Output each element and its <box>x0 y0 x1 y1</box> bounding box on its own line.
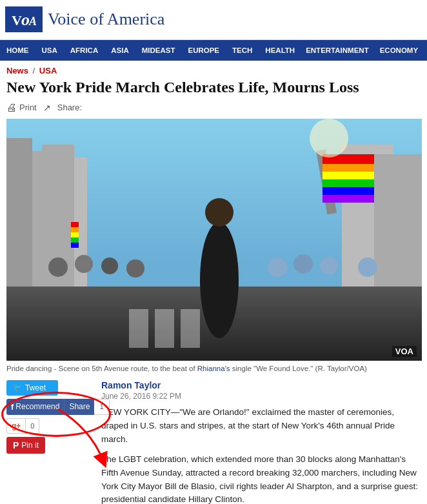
svg-point-27 <box>101 257 118 274</box>
nav-opinion[interactable]: OPINION <box>424 40 427 61</box>
svg-point-30 <box>293 254 313 274</box>
voa-logo[interactable]: VoA Voice of America <box>5 6 164 32</box>
image-caption: Pride dancing - Scene on 5th Avenue rout… <box>6 361 421 379</box>
svg-rect-16 <box>323 172 374 179</box>
share-bar: 🖨 Print ↗ Share: <box>6 102 421 114</box>
svg-point-28 <box>126 259 144 277</box>
article-body: NEW YORK CITY—"We are Orlando!" exclaime… <box>101 406 421 504</box>
print-icon: 🖨 <box>6 102 17 114</box>
svg-rect-19 <box>323 195 374 203</box>
fb-share-label: Share <box>69 402 90 411</box>
fb-row: f Recommend Share 1 <box>6 399 94 415</box>
svg-point-32 <box>358 257 377 277</box>
text-column: Ramon Taylor June 26, 2016 9:22 PM NEW Y… <box>101 380 421 504</box>
share-label: Share: <box>57 103 82 112</box>
tweet-icon: 🐦 <box>13 383 22 392</box>
article-image: VOA <box>6 119 422 361</box>
nav-health[interactable]: HEALTH <box>259 40 301 61</box>
svg-rect-8 <box>129 309 148 348</box>
svg-rect-22 <box>71 232 79 237</box>
svg-point-31 <box>320 257 338 275</box>
article-image-wrap: VOA <box>6 119 421 361</box>
content-row: 🐦 Tweet f Recommend Share 1 g+ 0 <box>6 380 421 504</box>
nav-entertainment[interactable]: ENTERTAINMENT <box>301 40 373 61</box>
print-label: Print <box>19 103 37 112</box>
nav-europe[interactable]: EUROPE <box>181 40 226 61</box>
voa-mark: VoA <box>5 6 43 32</box>
nav-home[interactable]: HOME <box>0 40 35 61</box>
author-name[interactable]: Ramon Taylor <box>101 380 421 390</box>
breadcrumb-separator: / <box>33 66 35 76</box>
breadcrumb-section[interactable]: USA <box>39 66 57 76</box>
svg-point-12 <box>205 198 233 227</box>
article-title: New York Pride March Celebrates Life, Mo… <box>6 78 421 97</box>
breadcrumb-news[interactable]: News <box>6 66 28 76</box>
svg-point-25 <box>48 257 68 277</box>
svg-rect-24 <box>71 243 79 248</box>
svg-point-29 <box>268 257 287 277</box>
fb-share-button[interactable]: Share <box>64 399 94 415</box>
voa-watermark: VOA <box>392 346 417 357</box>
fb-recommend-label: Recommend <box>15 402 59 411</box>
nav-economy[interactable]: ECONOMY <box>373 40 424 61</box>
svg-rect-15 <box>323 164 374 172</box>
share-icon[interactable]: ↗ <box>43 103 51 113</box>
pinterest-button[interactable]: P Pin it <box>6 437 45 454</box>
nav-mideast[interactable]: MIDEAST <box>135 40 182 61</box>
nav-usa[interactable]: USA <box>35 40 64 61</box>
print-button[interactable]: 🖨 Print <box>6 102 37 114</box>
article-date: June 26, 2016 9:22 PM <box>101 392 421 401</box>
site-title: Voice of America <box>48 10 164 29</box>
gplus-button[interactable]: g+ <box>6 418 26 434</box>
breadcrumb: News / USA <box>6 66 421 76</box>
svg-point-33 <box>310 119 348 157</box>
svg-rect-18 <box>323 187 374 195</box>
header: VoA Voice of America <box>0 0 427 40</box>
svg-rect-23 <box>71 237 79 243</box>
fb-recommend-button[interactable]: f Recommend <box>6 399 64 415</box>
gplus-row: g+ 0 <box>6 418 94 434</box>
fb-count: 1 <box>94 399 110 415</box>
gplus-icon: g+ <box>12 421 21 430</box>
svg-point-26 <box>75 255 93 273</box>
gplus-count: 0 <box>26 418 39 434</box>
social-column: 🐦 Tweet f Recommend Share 1 g+ 0 <box>6 380 94 504</box>
pinterest-icon: P <box>13 440 19 450</box>
nav-tech[interactable]: TECH <box>226 40 259 61</box>
svg-rect-20 <box>71 222 79 227</box>
main-nav: HOME USA AFRICA ASIA MIDEAST EUROPE TECH… <box>0 40 427 61</box>
body-paragraph-2: The LGBT celebration, which extended mor… <box>101 453 421 504</box>
nav-africa[interactable]: AFRICA <box>64 40 104 61</box>
fb-icon: f <box>11 402 14 412</box>
body-paragraph-1: NEW YORK CITY—"We are Orlando!" exclaime… <box>101 406 421 447</box>
article-container: News / USA New York Pride March Celebrat… <box>0 61 427 504</box>
tweet-label: Tweet <box>25 383 46 392</box>
svg-rect-10 <box>181 309 200 348</box>
pinterest-label: Pin it <box>21 441 39 450</box>
tweet-button[interactable]: 🐦 Tweet <box>6 380 58 396</box>
svg-rect-9 <box>155 309 174 348</box>
svg-rect-2 <box>6 138 32 312</box>
nav-asia[interactable]: ASIA <box>104 40 135 61</box>
svg-rect-17 <box>323 179 374 187</box>
caption-link[interactable]: Rhianna's <box>197 365 230 372</box>
svg-rect-21 <box>71 227 79 232</box>
svg-point-11 <box>200 222 239 338</box>
